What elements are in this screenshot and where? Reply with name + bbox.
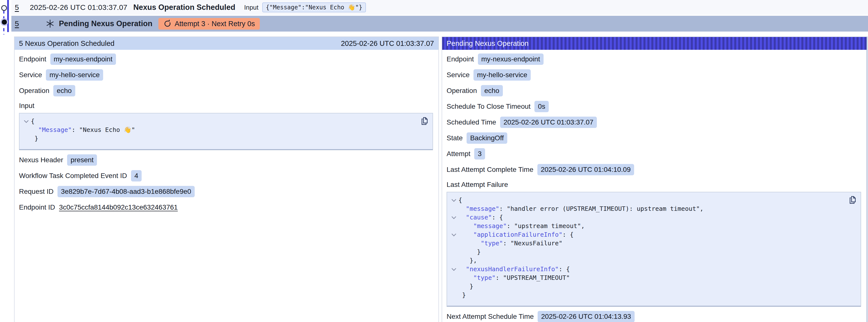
input-preview-badge[interactable]: {"Message":"Nexus Echo 👋"} xyxy=(262,2,366,12)
pending-title: Pending Nexus Operation xyxy=(59,19,153,28)
pending-operation-row[interactable]: 5 Pending Nexus Operation Attempt 3 · Ne… xyxy=(11,16,868,32)
pending-panel-header: Pending Nexus Operation xyxy=(442,37,867,50)
pending-panel-title: Pending Nexus Operation xyxy=(446,39,528,47)
code-line-text: } xyxy=(458,248,480,256)
code-line-gutter-empty xyxy=(22,134,31,143)
field-row-service: Servicemy-hello-service xyxy=(446,67,861,83)
field-label-nexus-header: Nexus Header xyxy=(19,156,63,164)
code-line-gutter-empty xyxy=(449,248,458,256)
code-line: "type": "UPSTREAM_TIMEOUT" xyxy=(449,273,843,282)
code-line-gutter-empty xyxy=(449,204,458,213)
field-label-attempt: Attempt xyxy=(446,150,470,158)
code-line: { xyxy=(449,196,843,204)
code-line-gutter xyxy=(449,230,458,239)
code-line-gutter-empty xyxy=(22,126,31,134)
field-label-last-attempt-complete-time: Last Attempt Complete Time xyxy=(446,166,533,173)
copy-icon xyxy=(848,195,857,204)
code-label-last-attempt-failure: Last Attempt Failure xyxy=(446,181,861,189)
event-panel-title: 5 Nexus Operation Scheduled xyxy=(19,39,115,47)
field-row-endpoint-id: Endpoint ID3c0c75ccfa8144b092c13ce632463… xyxy=(19,199,433,215)
field-label-state: State xyxy=(446,134,463,142)
field-label-schedule-to-close-timeout: Schedule To Close Timeout xyxy=(446,103,530,110)
field-row-last-attempt-complete-time: Last Attempt Complete Time2025-02-26 UTC… xyxy=(446,162,861,178)
retry-icon xyxy=(163,20,171,28)
field-value-last-attempt-complete-time: 2025-02-26 UTC 01:04:10.09 xyxy=(537,164,634,175)
code-line-text: "type": "UPSTREAM_TIMEOUT" xyxy=(458,273,570,282)
field-label-request-id: Request ID xyxy=(19,188,54,195)
field-value-next-attempt-schedule-time: 2025-02-26 UTC 01:04:13.93 xyxy=(538,311,634,322)
event-panel-body: Endpointmy-nexus-endpointServicemy-hello… xyxy=(14,50,438,215)
field-label-endpoint-id: Endpoint ID xyxy=(19,203,55,211)
field-row-operation: Operationecho xyxy=(446,83,861,99)
code-line: "nexusHandlerFailureInfo": { xyxy=(449,265,843,273)
input-code-block: { "Message": "Nexus Echo 👋" } xyxy=(19,113,433,150)
code-line-text: { xyxy=(31,117,35,126)
asterisk-icon xyxy=(45,19,55,28)
event-marker-open-circle-icon xyxy=(1,5,7,11)
field-row-schedule-to-close-timeout: Schedule To Close Timeout0s xyxy=(446,99,861,115)
field-row-operation: Operationecho xyxy=(19,83,433,99)
code-line-text: }, xyxy=(458,256,477,265)
field-value-endpoint: my-nexus-endpoint xyxy=(478,54,544,65)
collapse-chevron-icon[interactable] xyxy=(451,268,457,271)
event-history-detail-page: 5 2025-02-26 UTC 01:03:37.07 Nexus Opera… xyxy=(0,0,868,322)
field-value-schedule-to-close-timeout: 0s xyxy=(534,101,549,112)
code-line: } xyxy=(449,248,843,256)
field-row-nexus-header: Nexus Headerpresent xyxy=(19,152,433,168)
code-line: } xyxy=(22,134,415,143)
code-line-text: "cause": { xyxy=(458,213,503,222)
field-value-endpoint-id[interactable]: 3c0c75ccfa8144b092c13ce632463761 xyxy=(59,203,178,211)
copy-button[interactable] xyxy=(421,117,429,126)
event-details-panel: 5 Nexus Operation Scheduled 2025-02-26 U… xyxy=(14,36,439,322)
event-summary-row[interactable]: 5 2025-02-26 UTC 01:03:37.07 Nexus Opera… xyxy=(11,0,868,15)
code-line-gutter xyxy=(449,196,458,204)
field-label-scheduled-time: Scheduled Time xyxy=(446,118,496,126)
code-line-gutter-empty xyxy=(449,282,458,291)
event-panel-timestamp: 2025-02-26 UTC 01:03:37.07 xyxy=(341,39,434,47)
code-line: }, xyxy=(449,256,843,265)
field-row-state: StateBackingOff xyxy=(446,130,861,146)
code-line-text: "applicationFailureInfo": { xyxy=(458,230,574,239)
field-label-next-attempt-schedule-time: Next Attempt Schedule Time xyxy=(446,313,534,321)
copy-icon xyxy=(421,117,429,126)
event-title: Nexus Operation Scheduled xyxy=(133,3,235,12)
field-label-operation: Operation xyxy=(446,87,477,95)
code-line-gutter-empty xyxy=(449,239,458,248)
collapse-chevron-icon[interactable] xyxy=(451,216,457,219)
code-line-text: } xyxy=(458,291,466,299)
field-label-endpoint: Endpoint xyxy=(446,55,474,63)
field-label-workflow-task-completed-event-id: Workflow Task Completed Event ID xyxy=(19,172,127,180)
code-line-text: "message": "upstream timeout", xyxy=(458,222,585,230)
field-row-service: Servicemy-hello-service xyxy=(19,67,433,83)
collapse-chevron-icon[interactable] xyxy=(24,120,29,123)
field-value-service: my-hello-service xyxy=(473,69,531,80)
pending-panel-body: Endpointmy-nexus-endpointServicemy-hello… xyxy=(442,50,867,322)
field-value-workflow-task-completed-event-id: 4 xyxy=(131,170,142,182)
event-id-link[interactable]: 5 xyxy=(15,3,19,11)
code-line: "type": "NexusFailure" xyxy=(449,239,843,248)
retry-status-badge: Attempt 3 · Next Retry 0s xyxy=(158,18,260,30)
code-line-text: } xyxy=(458,282,473,291)
field-row-next-attempt-schedule-time: Next Attempt Schedule Time2025-02-26 UTC… xyxy=(446,309,861,322)
code-line-text: "Message": "Nexus Echo 👋" xyxy=(31,126,135,134)
field-label-service: Service xyxy=(446,71,469,79)
copy-button[interactable] xyxy=(848,195,857,205)
code-line-text: } xyxy=(31,134,38,143)
code-line: "applicationFailureInfo": { xyxy=(449,230,843,239)
field-value-request-id: 3e829b7e-7d67-4b08-aad3-b1e868bfe9e0 xyxy=(58,186,195,197)
code-line-text: "type": "NexusFailure" xyxy=(458,239,562,248)
field-value-operation: echo xyxy=(481,85,503,96)
collapse-chevron-icon[interactable] xyxy=(451,199,457,202)
code-line: "message": "upstream timeout", xyxy=(449,222,843,230)
field-row-workflow-task-completed-event-id: Workflow Task Completed Event ID4 xyxy=(19,168,433,184)
code-line-gutter-empty xyxy=(449,256,458,265)
field-value-nexus-header: present xyxy=(67,154,97,166)
field-row-attempt: Attempt3 xyxy=(446,146,861,162)
code-line-text: { xyxy=(458,196,462,204)
collapse-chevron-icon[interactable] xyxy=(451,233,457,236)
pending-id-link[interactable]: 5 xyxy=(15,20,19,28)
code-line: "message": "handler error (UPSTREAM_TIME… xyxy=(449,204,843,213)
field-value-service: my-hello-service xyxy=(46,69,103,80)
code-line: } xyxy=(449,282,843,291)
field-row-request-id: Request ID3e829b7e-7d67-4b08-aad3-b1e868… xyxy=(19,184,433,199)
